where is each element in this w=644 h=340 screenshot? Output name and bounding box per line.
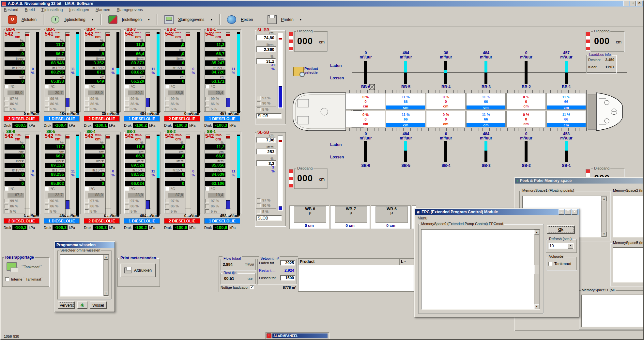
alarm-97-checkbox[interactable] <box>5 199 8 203</box>
epc-titlebar[interactable]: 🖥 EPC (Extended Program Control) Module … <box>415 209 579 215</box>
slob-97-checkbox[interactable] <box>257 198 261 202</box>
wb-tank-box[interactable]: WB-8P 0 cm <box>289 205 329 229</box>
tankmaat-checkbox[interactable] <box>548 262 552 266</box>
window-button-2[interactable]: ✕ <box>636 1 642 6</box>
temp-checkbox[interactable] <box>45 187 49 191</box>
alarm-86-checkbox[interactable] <box>45 204 49 208</box>
alarm-5-checkbox[interactable] <box>45 107 49 111</box>
level-slider[interactable] <box>105 32 110 113</box>
level-slider[interactable] <box>25 32 30 113</box>
level-slider-thumb[interactable] <box>226 98 230 107</box>
epc-listbox[interactable] <box>422 230 534 309</box>
level-slider-thumb[interactable] <box>146 98 150 107</box>
epc-scroll-thumb[interactable] <box>534 265 539 274</box>
nuttige-laadcap-checkbox[interactable]: ✓ <box>250 285 254 289</box>
scroll-up-arrow[interactable]: ▲ <box>104 255 108 260</box>
programma-wisselen-titlebar[interactable]: Programma wisselen <box>55 242 115 248</box>
wb-tank-box[interactable]: WB-7P 0 cm <box>330 205 370 229</box>
alarm-97-checkbox[interactable] <box>5 97 8 101</box>
window-button-0[interactable]: _ <box>623 1 629 6</box>
level-slider[interactable] <box>226 32 230 113</box>
sb-tank-cell[interactable]: 11 %66cm <box>386 111 425 127</box>
sb-tank-cell[interactable]: 0 %0cm <box>346 111 385 127</box>
alarm-5-checkbox[interactable] <box>85 107 89 111</box>
wb-tank-box[interactable]: WB-6P 0 cm <box>371 205 411 229</box>
temp-checkbox[interactable] <box>165 85 169 89</box>
refresh-dropdown-arrow[interactable]: ▼ <box>568 243 573 249</box>
level-slider-thumb[interactable] <box>66 98 69 107</box>
alarm-97-checkbox[interactable] <box>85 199 89 203</box>
slob-5-checkbox[interactable] <box>257 210 261 214</box>
epc-scroll-up[interactable]: ▲ <box>534 230 539 235</box>
level-slider[interactable] <box>146 135 150 216</box>
scroll-down-arrow[interactable]: ▼ <box>104 291 108 296</box>
alarm-86-checkbox[interactable] <box>165 102 169 106</box>
alarm-5-checkbox[interactable] <box>5 107 8 111</box>
toolbar-printen[interactable]: Printen▼ <box>262 15 308 24</box>
interne-tankmaat-checkbox[interactable] <box>5 277 9 281</box>
alarm-86-checkbox[interactable] <box>5 204 8 208</box>
alarm-86-checkbox[interactable] <box>125 204 129 208</box>
alarm-5-checkbox[interactable] <box>205 209 209 213</box>
menu-item-instellingen[interactable]: Instellingen <box>69 8 89 12</box>
epc-button-1[interactable]: □ <box>565 209 571 215</box>
alarm-86-checkbox[interactable] <box>125 102 129 106</box>
slob-90-checkbox[interactable] <box>257 203 261 207</box>
epc-button-2[interactable]: ✕ <box>572 209 577 215</box>
alarm-97-checkbox[interactable] <box>205 199 209 203</box>
ms11-listbox[interactable] <box>582 295 644 297</box>
temp-checkbox[interactable] <box>125 85 129 89</box>
alarm-5-checkbox[interactable] <box>125 107 129 111</box>
alarm-86-checkbox[interactable] <box>45 102 49 106</box>
alarm-5-checkbox[interactable] <box>205 107 209 111</box>
alarm-5-checkbox[interactable] <box>5 209 8 213</box>
level-slider[interactable] <box>65 135 70 216</box>
temp-checkbox[interactable] <box>205 85 209 89</box>
alarm-5-checkbox[interactable] <box>85 209 89 213</box>
product-selectie-label[interactable]: Product selectie <box>304 67 318 74</box>
epc-button-0[interactable]: _ <box>559 209 564 215</box>
level-slider[interactable] <box>186 135 190 216</box>
laden-tot-input[interactable]: 2925 <box>280 260 295 266</box>
level-slider[interactable] <box>146 32 150 113</box>
sb-tank-cell[interactable]: 11 %66cm <box>466 111 506 127</box>
product-column-header[interactable]: Product <box>299 259 400 265</box>
level-slider-thumb[interactable] <box>66 200 69 209</box>
level-slider[interactable] <box>25 135 30 216</box>
ms1-scroll-down[interactable]: ▼ <box>602 232 606 236</box>
refresh-icon-button[interactable]: ✳ <box>77 301 87 309</box>
alarm-5-checkbox[interactable] <box>165 209 169 213</box>
toolbar-afsluiten[interactable]: OAfsluiten <box>2 15 42 24</box>
alarm-97-checkbox[interactable] <box>165 97 169 101</box>
product-selectie-icon[interactable] <box>293 67 304 76</box>
level-slider[interactable] <box>105 135 110 216</box>
temp-checkbox[interactable] <box>205 187 209 191</box>
toolbar-stamgegevens[interactable]: Stamgegevens▼ <box>159 15 219 24</box>
window-button-1[interactable]: □ <box>630 1 636 6</box>
bb-tank-cell[interactable]: 11 %66cm <box>386 93 425 110</box>
afdrukken-button[interactable]: Afdrukken <box>120 264 156 277</box>
slob-97-checkbox[interactable] <box>257 96 261 100</box>
ms5-listbox[interactable] <box>613 248 644 249</box>
alarm-86-checkbox[interactable] <box>85 102 89 106</box>
lossen-tot-input[interactable]: 1500 <box>280 275 295 281</box>
temp-checkbox[interactable] <box>165 187 169 191</box>
slob-5-checkbox[interactable] <box>257 107 261 111</box>
ms2-listbox[interactable] <box>613 196 644 198</box>
toolbar-reizen[interactable]: Reizen <box>221 15 259 24</box>
alarm-97-checkbox[interactable] <box>85 97 89 101</box>
sb-tank-cell[interactable]: 11 %66cm <box>546 111 586 127</box>
alarm-97-checkbox[interactable] <box>125 199 129 203</box>
alarm-86-checkbox[interactable] <box>5 102 8 106</box>
temp-checkbox[interactable] <box>5 85 8 89</box>
alarm-97-checkbox[interactable] <box>45 199 49 203</box>
sb-tank-cell[interactable]: 0 %0cm <box>506 111 546 127</box>
slob-name-field[interactable]: SLOB <box>256 113 282 119</box>
epc-menu-item[interactable]: Menu <box>418 216 427 220</box>
temp-checkbox[interactable] <box>85 187 89 191</box>
alarm-97-checkbox[interactable] <box>45 97 49 101</box>
slob-name-field[interactable]: SLOB <box>256 215 282 221</box>
alarm-97-checkbox[interactable] <box>125 97 129 101</box>
alarm-86-checkbox[interactable] <box>205 102 209 106</box>
alarm-5-checkbox[interactable] <box>125 209 129 213</box>
